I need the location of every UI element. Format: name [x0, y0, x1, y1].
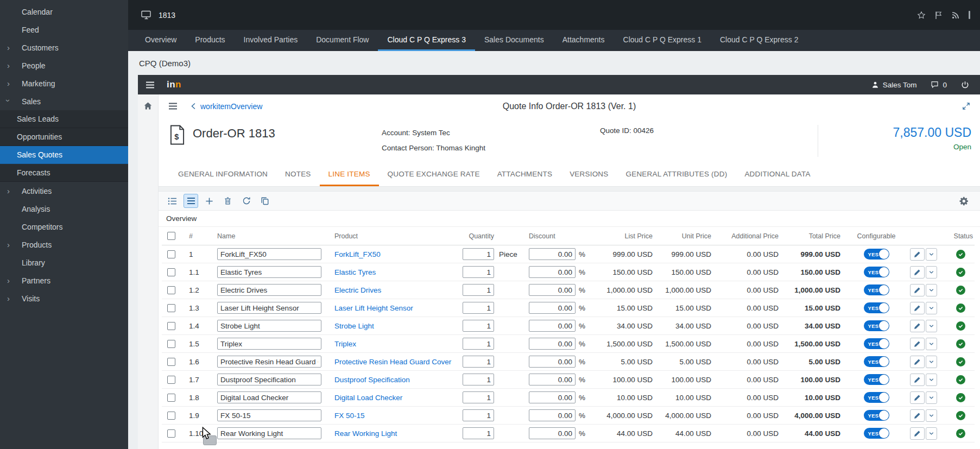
- row-checkbox[interactable]: [167, 322, 175, 330]
- sidebar-item-library[interactable]: Library: [0, 254, 128, 271]
- notifications-button[interactable]: 0: [931, 81, 947, 89]
- quantity-input[interactable]: [463, 356, 494, 368]
- sidebar-item-products[interactable]: › Products: [0, 236, 128, 254]
- configurable-toggle[interactable]: YES: [864, 249, 889, 260]
- row-menu-button[interactable]: [926, 248, 937, 261]
- quantity-input[interactable]: [463, 320, 494, 332]
- row-menu-button[interactable]: [926, 338, 937, 350]
- product-link[interactable]: Laser Lift Height Sensor: [334, 304, 413, 312]
- edit-button[interactable]: [910, 427, 925, 440]
- name-input[interactable]: [217, 338, 321, 350]
- product-link[interactable]: FX 50-15: [334, 412, 365, 420]
- row-menu-button[interactable]: [926, 302, 937, 314]
- quantity-input[interactable]: [463, 338, 494, 350]
- delete-row-button[interactable]: [220, 194, 235, 208]
- row-menu-button[interactable]: [926, 284, 937, 296]
- edit-button[interactable]: [910, 248, 925, 261]
- tab-cloud-c-p-q-express-1[interactable]: Cloud C P Q Express 1: [614, 30, 711, 51]
- table-settings-button[interactable]: [957, 194, 971, 208]
- row-checkbox[interactable]: [167, 429, 175, 438]
- edit-button[interactable]: [910, 266, 925, 279]
- discount-input[interactable]: [529, 391, 576, 403]
- edit-button[interactable]: [910, 391, 925, 404]
- name-input[interactable]: [217, 374, 321, 385]
- product-link[interactable]: Triplex: [334, 340, 356, 348]
- configurable-toggle[interactable]: YES: [864, 428, 889, 439]
- sidebar-item-partners[interactable]: › Partners: [0, 271, 128, 289]
- tab-cloud-c-p-q-express-3[interactable]: Cloud C P Q Express 3: [378, 30, 475, 51]
- product-link[interactable]: ForkLift_FX50: [334, 250, 381, 258]
- row-menu-button[interactable]: [926, 266, 937, 279]
- product-link[interactable]: Protective Resin Head Guard Cover: [334, 358, 451, 366]
- name-input[interactable]: [217, 320, 321, 332]
- discount-input[interactable]: [529, 266, 576, 278]
- sidebar-item-people[interactable]: › People: [0, 56, 128, 74]
- quantity-input[interactable]: [463, 374, 494, 385]
- row-checkbox[interactable]: [167, 268, 175, 276]
- configurable-toggle[interactable]: YES: [864, 267, 889, 277]
- quote-tab-line-items[interactable]: LINE ITEMS: [320, 163, 379, 186]
- row-checkbox[interactable]: [167, 286, 175, 294]
- row-checkbox[interactable]: [167, 358, 175, 366]
- name-input[interactable]: [217, 248, 321, 260]
- quantity-input[interactable]: [463, 248, 494, 260]
- edit-button[interactable]: [910, 338, 925, 350]
- discount-input[interactable]: [529, 409, 576, 421]
- sidebar-item-calendar[interactable]: Calendar: [0, 3, 128, 21]
- row-checkbox[interactable]: [167, 304, 175, 312]
- quote-tab-versions[interactable]: VERSIONS: [561, 163, 617, 186]
- row-menu-button[interactable]: [926, 409, 937, 422]
- name-input[interactable]: [217, 356, 321, 368]
- back-icon[interactable]: [191, 102, 196, 110]
- sidebar-item-sales[interactable]: › Sales: [0, 92, 128, 110]
- name-input[interactable]: [217, 302, 321, 314]
- sidebar-item-visits[interactable]: › Visits: [0, 289, 128, 307]
- quote-tab-general-attributes-dd[interactable]: GENERAL ATTRIBUTES (DD): [617, 163, 736, 186]
- product-link[interactable]: Elastic Tyres: [334, 268, 376, 276]
- name-input[interactable]: [217, 409, 321, 421]
- discount-input[interactable]: [529, 302, 576, 314]
- sidebar-item-customers[interactable]: › Customers: [0, 39, 128, 56]
- row-checkbox[interactable]: [167, 376, 175, 384]
- add-row-button[interactable]: [202, 194, 217, 208]
- name-input[interactable]: [217, 284, 321, 296]
- tab-document-flow[interactable]: Document Flow: [307, 30, 378, 51]
- configurable-toggle[interactable]: YES: [864, 356, 889, 367]
- breadcrumb-link[interactable]: workitemOverview: [200, 102, 262, 111]
- discount-input[interactable]: [529, 427, 576, 439]
- nav-menu-icon[interactable]: [168, 103, 178, 110]
- discount-input[interactable]: [529, 320, 576, 332]
- product-link[interactable]: Digital Load Checker: [334, 394, 402, 402]
- discount-input[interactable]: [529, 356, 576, 368]
- quantity-input[interactable]: [463, 266, 494, 278]
- name-input[interactable]: [217, 427, 321, 439]
- product-link[interactable]: Dustproof Specification: [334, 376, 410, 384]
- edit-button[interactable]: [910, 409, 925, 422]
- tab-sales-documents[interactable]: Sales Documents: [475, 30, 553, 51]
- configurable-toggle[interactable]: YES: [864, 374, 889, 385]
- configurable-toggle[interactable]: YES: [864, 320, 889, 331]
- refresh-button[interactable]: [239, 194, 254, 208]
- sidebar-item-sales-leads[interactable]: Sales Leads: [0, 110, 128, 128]
- quantity-input[interactable]: [463, 427, 494, 439]
- product-link[interactable]: Strobe Light: [334, 322, 374, 330]
- row-checkbox[interactable]: [167, 250, 175, 258]
- tab-cloud-c-p-q-express-2[interactable]: Cloud C P Q Express 2: [711, 30, 807, 51]
- sidebar-item-competitors[interactable]: Competitors: [0, 218, 128, 236]
- edit-button[interactable]: [910, 374, 925, 386]
- edit-button[interactable]: [910, 320, 925, 332]
- logout-button[interactable]: [961, 81, 969, 89]
- row-checkbox[interactable]: [167, 412, 175, 420]
- quantity-input[interactable]: [463, 391, 494, 403]
- home-icon[interactable]: [143, 102, 153, 112]
- discount-input[interactable]: [529, 284, 576, 296]
- select-all-checkbox[interactable]: [167, 232, 175, 240]
- row-checkbox[interactable]: [167, 340, 175, 348]
- sidebar-item-feed[interactable]: Feed: [0, 21, 128, 39]
- configurable-toggle[interactable]: YES: [864, 302, 889, 313]
- discount-input[interactable]: [529, 374, 576, 385]
- star-icon[interactable]: [917, 11, 926, 20]
- row-checkbox[interactable]: [167, 394, 175, 402]
- flag-icon[interactable]: [934, 11, 943, 20]
- configurable-toggle[interactable]: YES: [864, 338, 889, 349]
